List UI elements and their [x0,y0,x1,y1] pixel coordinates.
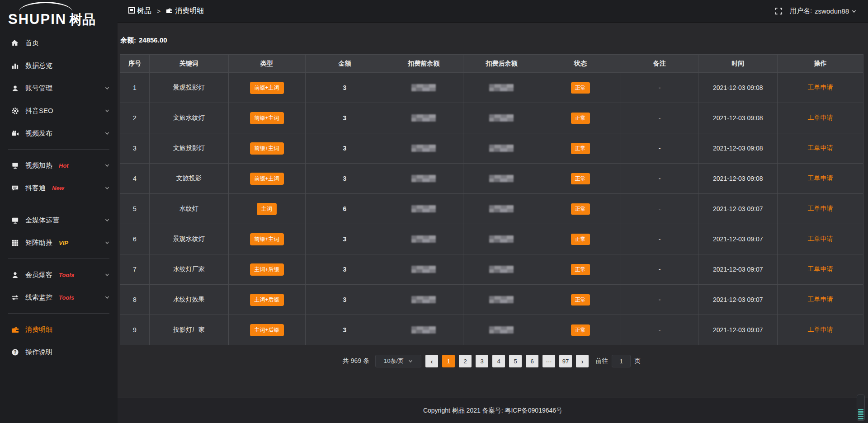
table-row: 9 投影灯厂家 主词+后缀 3 正常 - 2021-12-03 09:07 工单… [120,315,863,345]
sidebar-item-首页[interactable]: 首页 [0,32,118,54]
table-header-cell: 序号 [120,55,150,73]
chevron-down-icon [105,218,109,222]
table-row: 4 文旅投影 前缀+主词 3 正常 - 2021-12-03 09:08 工单申… [120,164,863,194]
page-buttons: 123456···97 [442,355,572,367]
goto-page: 前往 页 [595,355,641,367]
sidebar-item-抖客通[interactable]: 抖客通 New [0,177,118,199]
status-badge: 正常 [571,294,590,306]
sidebar-item-badge: Tools [59,272,74,278]
page-button-3[interactable]: 3 [476,355,488,367]
cell-remark: - [621,73,699,103]
cell-action: 工单申请 [778,194,863,224]
fullscreen-icon[interactable] [775,7,783,15]
user-icon [11,84,19,92]
cell-time: 2021-12-03 09:08 [698,73,778,103]
sidebar-item-label: 消费明细 [25,325,52,334]
page-button-97[interactable]: 97 [559,355,572,367]
cell-no: 9 [120,315,150,345]
ticket-request-link[interactable]: 工单申请 [808,144,833,152]
main-column: 树品 > 消费明细 用户名: zswodun88 [118,0,868,423]
page-ellipsis-button[interactable]: ··· [542,355,555,367]
sidebar-item-label: 抖音SEO [25,107,53,115]
masked-value [411,114,436,122]
sidebar-divider [8,204,109,204]
ticket-request-link[interactable]: 工单申请 [808,114,833,122]
sidebar-item-账号管理[interactable]: 账号管理 [0,77,118,99]
sidebar-item-全媒体运营[interactable]: 全媒体运营 [0,209,118,231]
cell-status: 正常 [540,194,621,224]
cell-time: 2021-12-03 09:07 [698,194,778,224]
sidebar-item-会员爆客[interactable]: 会员爆客 Tools [0,263,118,286]
cell-time: 2021-12-03 09:07 [698,224,778,254]
page-size-select[interactable]: 10条/页 [375,355,421,367]
chevron-down-icon [105,131,109,136]
app-window: SHUPIN 树品 首页 数据总览 账号管理 抖音SEO 视频发布 视频加热 [0,0,868,423]
user-menu[interactable]: 用户名: zswodun88 [790,7,856,15]
cell-keyword: 文旅投影灯 [150,133,229,164]
next-page-button[interactable]: › [576,355,589,367]
cell-remark: - [621,133,699,164]
ticket-request-link[interactable]: 工单申请 [808,326,833,334]
table-row: 8 水纹灯效果 主词+后缀 3 正常 - 2021-12-03 09:07 工单… [120,285,863,315]
cell-post-balance [463,73,540,103]
ticket-request-link[interactable]: 工单申请 [808,265,833,273]
page-button-current[interactable]: 1 [442,355,455,367]
cell-type: 前缀+主词 [229,224,306,254]
masked-value [489,235,514,243]
cell-type: 前缀+主词 [229,164,306,194]
ticket-request-link[interactable]: 工单申请 [808,205,833,213]
page-button-2[interactable]: 2 [459,355,472,367]
sidebar-item-矩阵助推[interactable]: 矩阵助推 VIP [0,231,118,254]
ticket-request-link[interactable]: 工单申请 [808,84,833,92]
sidebar-item-label: 全媒体运营 [25,216,59,225]
cell-no: 6 [120,224,150,254]
page-button-4[interactable]: 4 [492,355,505,367]
sidebar-item-数据总览[interactable]: 数据总览 [0,54,118,77]
cell-remark: - [621,194,699,224]
corner-scroll-widget[interactable] [857,395,865,421]
cell-time: 2021-12-03 09:08 [698,164,778,194]
cell-type: 前缀+主词 [229,133,306,164]
sidebar-item-抖音SEO[interactable]: 抖音SEO [0,99,118,122]
status-badge: 正常 [571,203,590,215]
cell-amount: 3 [306,315,385,345]
prev-page-button[interactable]: ‹ [425,355,438,367]
sidebar: SHUPIN 树品 首页 数据总览 账号管理 抖音SEO 视频发布 视频加热 [0,0,118,423]
cell-amount: 3 [306,103,385,133]
content-area: 余额:24856.00 序号关键词类型金额扣费前余额扣费后余额状态备注时间操作 … [118,23,868,398]
breadcrumb-home[interactable]: 树品 [128,6,151,16]
cell-amount: 3 [306,73,385,103]
page-button-5[interactable]: 5 [509,355,522,367]
cell-keyword: 景观水纹灯 [150,224,229,254]
sidebar-item-视频加热[interactable]: 视频加热 Hot [0,154,118,177]
ticket-request-link[interactable]: 工单申请 [808,235,833,243]
topbar: 树品 > 消费明细 用户名: zswodun88 [118,0,868,23]
cell-keyword: 水纹灯效果 [150,285,229,315]
goto-page-input[interactable] [612,355,631,367]
page-button-6[interactable]: 6 [526,355,538,367]
sidebar-item-线索监控[interactable]: 线索监控 Tools [0,286,118,309]
sidebar-item-操作说明[interactable]: ? 操作说明 [0,341,118,363]
cell-action: 工单申请 [778,133,863,164]
cell-remark: - [621,315,699,345]
pagination: 共 969 条 10条/页 ‹ 123456···97 › 前往 页 [120,355,863,367]
cell-remark: - [621,103,699,133]
cell-remark: - [621,224,699,254]
cell-no: 1 [120,73,150,103]
cell-time: 2021-12-03 09:07 [698,254,778,285]
cell-post-balance [463,254,540,285]
cell-post-balance [463,103,540,133]
status-badge: 正常 [571,324,590,336]
sidebar-item-label: 操作说明 [25,348,52,357]
masked-value [411,235,436,243]
ticket-request-link[interactable]: 工单申请 [808,296,833,304]
cell-status: 正常 [540,224,621,254]
cell-no: 7 [120,254,150,285]
sidebar-item-消费明细[interactable]: 消费明细 [0,318,118,341]
breadcrumb-current[interactable]: 消费明细 [166,6,204,16]
logo-arc [19,2,72,12]
table-header-cell: 操作 [778,55,863,73]
ticket-request-link[interactable]: 工单申请 [808,174,833,183]
masked-value [489,266,514,273]
sidebar-item-视频发布[interactable]: 视频发布 [0,122,118,145]
